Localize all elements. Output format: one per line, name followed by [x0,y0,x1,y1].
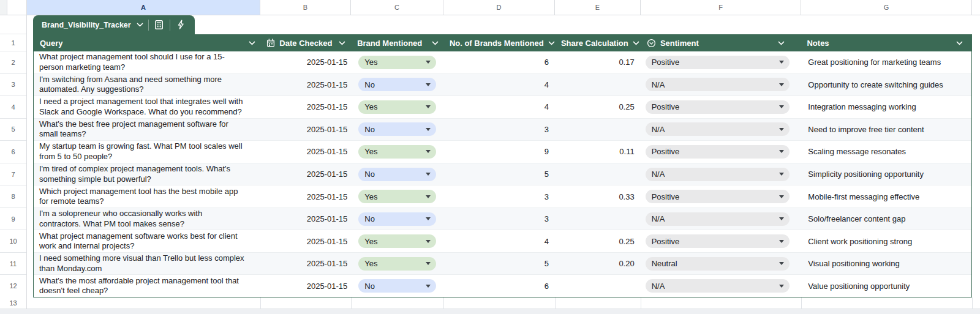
sentiment-cell[interactable]: Positive [641,185,801,207]
column-header-E[interactable]: E [555,0,641,15]
notes-cell[interactable]: Opportunity to create switching guides [801,74,971,96]
brands-count-cell[interactable]: 4 [443,96,555,118]
brand-mentioned-chip[interactable]: No [358,122,436,136]
share-calculation-cell[interactable]: 0.11 [555,141,641,163]
query-cell[interactable]: What project management tool should I us… [34,51,261,73]
row-header-3[interactable]: 3 [0,74,26,97]
row-header-13[interactable]: 13 [0,297,26,309]
notes-cell[interactable]: Simplicity positioning opportunity [801,163,971,185]
filter-chevron-icon[interactable] [339,41,345,45]
brand-mentioned-chip[interactable]: Yes [358,56,436,69]
query-cell[interactable]: I'm a solopreneur who occasionally works… [34,208,261,230]
brands-count-cell[interactable]: 4 [443,230,555,252]
share-calculation-cell[interactable]: 0.17 [555,51,641,73]
column-header-no-of-brands-mentioned[interactable]: No. of Brands Mentioned [443,35,555,51]
sentiment-chip[interactable]: Positive [646,56,790,69]
table-view-icon[interactable] [149,15,170,34]
brand-mentioned-chip[interactable]: No [358,168,436,181]
row-header-5[interactable]: 5 [0,119,26,141]
date-cell[interactable]: 2025-01-15 [261,185,352,207]
date-cell[interactable]: 2025-01-15 [261,230,352,252]
brands-count-cell[interactable]: 9 [443,141,555,163]
date-cell[interactable]: 2025-01-15 [261,96,352,118]
share-calculation-cell[interactable] [555,275,641,297]
date-cell[interactable]: 2025-01-15 [261,253,352,275]
notes-cell[interactable]: Need to improve free tier content [801,119,971,141]
brand-mentioned-cell[interactable]: Yes [351,230,443,252]
sentiment-cell[interactable]: Neutral [641,253,801,275]
brand-mentioned-cell[interactable]: No [351,163,443,185]
filter-chevron-icon[interactable] [633,41,639,45]
sentiment-chip[interactable]: Positive [646,234,790,248]
row-header-2[interactable]: 2 [0,51,26,74]
quick-actions-lightning-icon[interactable] [170,15,191,34]
table-name-tab[interactable]: Brand_Visibility_Tracker [33,15,195,34]
query-cell[interactable]: What's the best free project management … [34,119,261,141]
brand-mentioned-chip[interactable]: Yes [358,100,436,114]
row-header-11[interactable]: 11 [0,253,26,275]
brand-mentioned-chip[interactable]: Yes [358,190,436,203]
column-header-query[interactable]: Query [34,35,260,51]
row-header-10[interactable]: 10 [0,230,26,253]
column-header-brand-mentioned[interactable]: Brand Mentioned [351,35,443,51]
sentiment-cell[interactable]: N/A [641,208,801,230]
sentiment-chip[interactable]: N/A [646,212,790,226]
column-header-G[interactable]: G [801,0,972,15]
row-header-1[interactable]: 1 [0,34,26,51]
brand-mentioned-cell[interactable]: No [351,275,443,297]
query-cell[interactable]: I need a project management tool that in… [34,96,261,118]
query-cell[interactable]: I'm switching from Asana and need someth… [34,74,261,96]
column-header-A[interactable]: A [27,0,260,15]
filter-chevron-icon[interactable] [548,41,555,45]
share-calculation-cell[interactable] [555,74,641,96]
sentiment-chip[interactable]: N/A [646,168,790,181]
column-header-notes[interactable]: Notes [801,35,971,51]
row-header-8[interactable]: 8 [0,185,26,208]
sentiment-chip[interactable]: Positive [646,190,790,203]
sentiment-chip[interactable]: Neutral [646,257,790,271]
brands-count-cell[interactable]: 6 [443,51,555,73]
brands-count-cell[interactable]: 3 [443,208,555,230]
date-cell[interactable]: 2025-01-15 [261,208,352,230]
column-header-sentiment[interactable]: Sentiment [641,35,801,51]
row-header-7[interactable]: 7 [0,163,26,186]
sentiment-cell[interactable]: Positive [641,141,801,163]
share-calculation-cell[interactable] [555,163,641,185]
share-calculation-cell[interactable]: 0.25 [555,96,641,118]
column-header-D[interactable]: D [443,0,555,15]
date-cell[interactable]: 2025-01-15 [261,51,352,73]
sentiment-chip[interactable]: Positive [646,100,790,114]
column-header-C[interactable]: C [351,0,443,15]
column-header-B[interactable]: B [260,0,351,15]
row-header-6[interactable]: 6 [0,141,26,163]
sentiment-cell[interactable]: N/A [641,163,801,185]
brand-mentioned-chip[interactable]: No [358,212,436,226]
brands-count-cell[interactable]: 5 [443,163,555,185]
column-header-date-checked[interactable]: Date Checked [260,35,351,51]
query-cell[interactable]: I'm tired of complex project management … [34,163,261,185]
brand-mentioned-chip[interactable]: No [358,279,436,293]
row-header-12[interactable]: 12 [0,275,26,297]
brand-mentioned-chip[interactable]: No [358,78,436,91]
sentiment-cell[interactable]: N/A [641,74,801,96]
sentiment-chip[interactable]: N/A [646,78,790,91]
column-header-share-calculation[interactable]: Share Calculation [555,35,641,51]
brand-mentioned-cell[interactable]: Yes [351,185,443,207]
brands-count-cell[interactable]: 6 [443,275,555,297]
date-cell[interactable]: 2025-01-15 [261,74,352,96]
share-calculation-cell[interactable] [555,208,641,230]
table-menu-chevron-icon[interactable] [137,23,143,27]
date-cell[interactable]: 2025-01-15 [261,119,352,141]
query-cell[interactable]: My startup team is growing fast. What PM… [34,141,261,163]
sentiment-cell[interactable]: Positive [641,96,801,118]
sentiment-cell[interactable]: N/A [641,275,801,297]
brand-mentioned-cell[interactable]: No [351,119,443,141]
date-cell[interactable]: 2025-01-15 [261,275,352,297]
brand-mentioned-cell[interactable]: No [351,74,443,96]
notes-cell[interactable]: Great positioning for marketing teams [801,51,971,73]
brand-mentioned-cell[interactable]: Yes [351,253,443,275]
date-cell[interactable]: 2025-01-15 [261,163,352,185]
filter-chevron-icon[interactable] [432,41,439,45]
sentiment-cell[interactable]: Positive [641,51,801,73]
date-cell[interactable]: 2025-01-15 [261,141,352,163]
